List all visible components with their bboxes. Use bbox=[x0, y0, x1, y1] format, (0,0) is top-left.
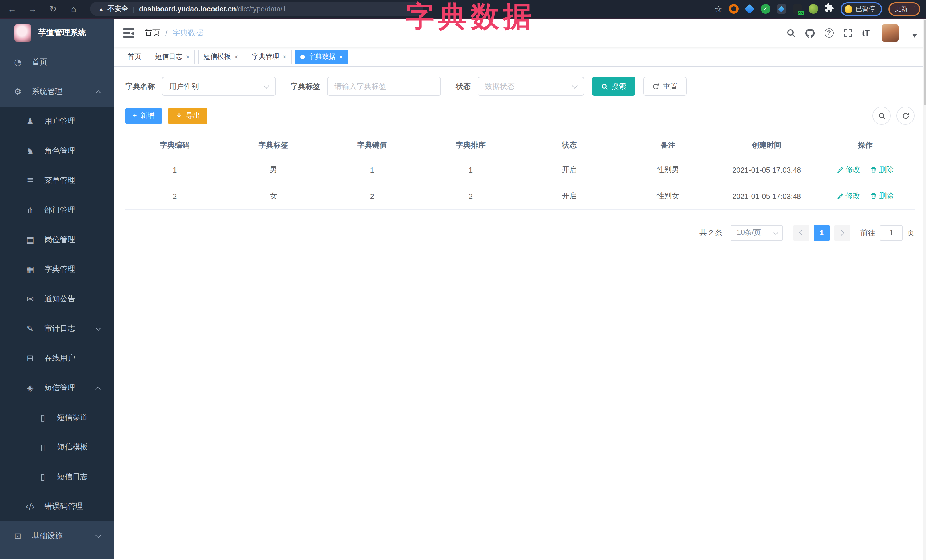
leaf-extension-icon[interactable] bbox=[808, 4, 818, 14]
sidebar-item-字典管理[interactable]: ▦ 字典管理 bbox=[0, 255, 114, 284]
refresh-table-icon-button[interactable] bbox=[896, 107, 915, 125]
edit-link[interactable]: 修改 bbox=[837, 165, 860, 175]
close-icon[interactable]: × bbox=[234, 53, 238, 60]
sidebar-item-用户管理[interactable]: ♟ 用户管理 bbox=[0, 107, 114, 136]
breadcrumb-home[interactable]: 首页 bbox=[145, 28, 160, 38]
on-badge-extension-icon[interactable]: on bbox=[792, 4, 802, 14]
dict-data-table: 字典编码字典标签字典键值字典排序状态备注创建时间操作 1 男 1 1 开启 性别… bbox=[126, 134, 915, 209]
dashboard-icon: ◔ bbox=[11, 57, 24, 67]
app-logo-row[interactable]: 芋道管理系统 bbox=[0, 19, 114, 47]
diamond-extension-icon[interactable] bbox=[776, 4, 786, 14]
tab-短信日志[interactable]: 短信日志 × bbox=[150, 49, 195, 64]
security-warning-icon: ▲ bbox=[98, 5, 104, 12]
search-icon[interactable] bbox=[787, 29, 796, 38]
notice-icon: ✉ bbox=[24, 294, 36, 304]
sidebar-item-短信日志[interactable]: ▯ 短信日志 bbox=[0, 462, 114, 492]
sidebar-item-短信渠道[interactable]: ▯ 短信渠道 bbox=[0, 403, 114, 432]
help-icon[interactable]: ? bbox=[825, 29, 834, 38]
chevron-down-icon bbox=[263, 83, 269, 88]
prev-page-button[interactable] bbox=[793, 225, 809, 241]
sidebar-item-首页[interactable]: ◔ 首页 bbox=[0, 47, 114, 77]
column-header-字典标签: 字典标签 bbox=[224, 134, 322, 157]
export-button-label: 导出 bbox=[186, 111, 200, 121]
tab-字典管理[interactable]: 字典管理 × bbox=[247, 49, 292, 64]
sidebar-item-部门管理[interactable]: ⋔ 部门管理 bbox=[0, 195, 114, 225]
sidebar-item-短信模板[interactable]: ▯ 短信模板 bbox=[0, 432, 114, 462]
breadcrumb: 首页 / 字典数据 bbox=[145, 28, 203, 38]
browser-update-button[interactable]: 更新 ⋮ bbox=[888, 2, 920, 16]
search-button[interactable]: 搜索 bbox=[592, 77, 635, 96]
sidebar-item-通知公告[interactable]: ✉ 通知公告 bbox=[0, 284, 114, 314]
blue-gem-extension-icon[interactable] bbox=[744, 4, 755, 14]
close-icon[interactable]: × bbox=[186, 53, 190, 60]
edit-link[interactable]: 修改 bbox=[837, 191, 860, 201]
tab-短信模板[interactable]: 短信模板 × bbox=[198, 49, 243, 64]
sidebar-item-审计日志[interactable]: ✎ 审计日志 bbox=[0, 314, 114, 344]
sidebar-item-系统管理[interactable]: ⚙ 系统管理 bbox=[0, 77, 114, 107]
close-icon[interactable]: × bbox=[283, 53, 287, 60]
address-bar[interactable]: ▲ 不安全 | dashboard.yudao.iocoder.cn /dict… bbox=[90, 2, 424, 16]
dict-label-input[interactable]: 请输入字典标签 bbox=[327, 77, 441, 96]
paused-profile-badge[interactable]: 已暂停 bbox=[840, 2, 882, 16]
github-icon[interactable] bbox=[805, 28, 815, 38]
orange-ring-extension-icon[interactable] bbox=[729, 4, 738, 14]
url-host: dashboard.yudao.iocoder.cn bbox=[139, 5, 236, 13]
menu-fold-icon[interactable] bbox=[123, 29, 135, 38]
sidebar-item-基础设施[interactable]: ⊡ 基础设施 bbox=[0, 521, 114, 551]
green-check-extension-icon[interactable]: ✓ bbox=[761, 4, 770, 14]
fullscreen-icon[interactable] bbox=[843, 29, 852, 38]
sidebar: 芋道管理系统 ◔ 首页 ⚙ 系统管理 ♟ 用户管理 ♞ 角色管理 ≣ 菜单管理 … bbox=[0, 19, 114, 559]
close-icon[interactable]: × bbox=[339, 53, 343, 60]
column-header-字典编码: 字典编码 bbox=[126, 134, 224, 157]
page-scrollbar[interactable] bbox=[923, 19, 926, 560]
home-icon[interactable]: ⌂ bbox=[67, 4, 80, 14]
reload-icon[interactable]: ↻ bbox=[47, 4, 59, 14]
dict-name-select[interactable]: 用户性别 bbox=[162, 77, 276, 96]
sidebar-item-错误码管理[interactable]: ‹/› 错误码管理 bbox=[0, 492, 114, 521]
toggle-search-icon-button[interactable] bbox=[872, 107, 891, 125]
sidebar-item-短信管理[interactable]: ◈ 短信管理 bbox=[0, 373, 114, 403]
add-button[interactable]: + 新增 bbox=[126, 107, 162, 124]
delete-link[interactable]: 删除 bbox=[870, 165, 894, 175]
refresh-icon bbox=[652, 83, 659, 90]
puzzle-extensions-icon[interactable] bbox=[824, 3, 834, 15]
status-select[interactable]: 数据状态 bbox=[478, 77, 584, 96]
audit-log-icon: ✎ bbox=[24, 324, 36, 334]
page-number-1[interactable]: 1 bbox=[814, 225, 830, 241]
chevron-icon bbox=[95, 386, 101, 392]
chevron-right-icon bbox=[838, 230, 844, 235]
update-label: 更新 bbox=[895, 5, 908, 13]
dept-tree-icon: ⋔ bbox=[24, 205, 36, 215]
back-icon[interactable]: ← bbox=[6, 4, 18, 14]
gear-icon: ⚙ bbox=[11, 87, 24, 97]
chevron-icon bbox=[95, 325, 101, 331]
bookmark-star-icon[interactable]: ☆ bbox=[714, 4, 722, 14]
avatar[interactable] bbox=[882, 24, 899, 42]
next-page-button[interactable] bbox=[834, 225, 850, 241]
pagination: 共 2 条 10条/页 1 前往 1 页 bbox=[126, 225, 915, 241]
security-label: 不安全 bbox=[108, 4, 128, 14]
column-header-操作: 操作 bbox=[816, 134, 915, 157]
sidebar-item-在线用户[interactable]: ⊟ 在线用户 bbox=[0, 344, 114, 373]
sidebar-item-菜单管理[interactable]: ≣ 菜单管理 bbox=[0, 166, 114, 195]
dict-label-label: 字典标签 bbox=[291, 81, 320, 91]
chevron-down-icon[interactable] bbox=[912, 34, 917, 38]
dict-name-value: 用户性别 bbox=[169, 81, 260, 91]
tab-字典数据[interactable]: 字典数据 × bbox=[295, 49, 348, 64]
sidebar-item-角色管理[interactable]: ♞ 角色管理 bbox=[0, 136, 114, 166]
sidebar-item-岗位管理[interactable]: ▤ 岗位管理 bbox=[0, 225, 114, 255]
page-unit-label: 页 bbox=[907, 228, 915, 238]
forward-icon[interactable]: → bbox=[26, 4, 39, 14]
reset-button[interactable]: 重置 bbox=[643, 77, 687, 96]
table-row: 1 男 1 1 开启 性别男 2021-01-05 17:03:48 修改 删除 bbox=[126, 157, 915, 183]
goto-page-input[interactable]: 1 bbox=[880, 225, 903, 241]
page-size-select[interactable]: 10条/页 bbox=[731, 225, 783, 241]
edit-pencil-icon bbox=[837, 166, 844, 173]
tab-首页[interactable]: 首页 bbox=[123, 49, 147, 64]
font-size-icon[interactable]: tT bbox=[862, 29, 870, 38]
delete-link[interactable]: 删除 bbox=[870, 191, 894, 201]
browser-menu-icon[interactable]: ⋮ bbox=[912, 7, 914, 11]
column-header-状态: 状态 bbox=[520, 134, 619, 157]
export-button[interactable]: 导出 bbox=[168, 107, 208, 124]
goto-label: 前往 bbox=[861, 228, 875, 238]
